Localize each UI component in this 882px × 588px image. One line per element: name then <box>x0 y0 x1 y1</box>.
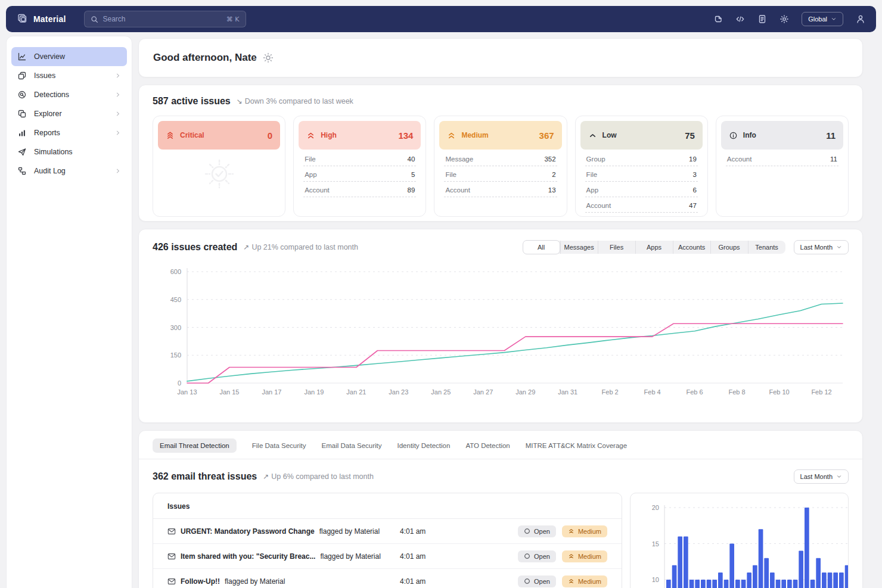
svg-text:Feb 4: Feb 4 <box>644 388 661 396</box>
tab-ato-detection[interactable]: ATO Detection <box>465 438 510 453</box>
breakdown-label: App <box>305 171 316 178</box>
severity-breakdown-row: File40 <box>303 151 416 166</box>
code-icon[interactable] <box>735 14 745 24</box>
svg-text:0: 0 <box>178 379 181 387</box>
severity-pill-medium[interactable]: Medium <box>562 575 607 587</box>
breakdown-value: 19 <box>689 155 697 163</box>
settings-gear-icon[interactable] <box>779 14 789 24</box>
issues-created-title: 426 issues created <box>153 242 237 253</box>
sidebar-item-audit-log[interactable]: Audit Log <box>11 161 127 181</box>
status-label: Open <box>534 553 550 560</box>
brand[interactable]: Material <box>17 13 66 25</box>
severity-header-high[interactable]: High134 <box>299 121 421 150</box>
tab-email-data-security[interactable]: Email Data Security <box>322 438 382 453</box>
breakdown-value: 89 <box>408 186 415 194</box>
period-dropdown[interactable]: Last Month <box>794 240 849 254</box>
svg-text:Jan 31: Jan 31 <box>558 388 577 396</box>
severity-pill-medium[interactable]: Medium <box>562 525 607 537</box>
severity-header-medium[interactable]: Medium367 <box>439 121 561 150</box>
svg-text:Feb 2: Feb 2 <box>602 388 619 396</box>
breakdown-label: File <box>305 155 316 163</box>
account-person-icon[interactable] <box>856 14 865 24</box>
filter-tab-groups[interactable]: Groups <box>710 241 748 254</box>
filter-tab-apps[interactable]: Apps <box>635 241 673 254</box>
sidebar-item-reports[interactable]: Reports <box>11 123 127 142</box>
severity-breakdown-row: App6 <box>585 182 698 197</box>
trend-up-icon: ↗ <box>243 243 249 251</box>
chevron-right-icon <box>115 111 121 117</box>
double-chevron-up-icon <box>306 131 315 140</box>
issue-subject: Item shared with you: "Security Breac...… <box>167 552 400 561</box>
filter-tab-files[interactable]: Files <box>598 241 635 254</box>
period-label: Last Month <box>800 473 833 480</box>
severity-label: Medium <box>578 578 601 585</box>
issue-time: 4:01 am <box>400 552 477 561</box>
feedback-icon[interactable] <box>713 14 723 24</box>
issue-subject: Follow-Up!! flagged by Material <box>167 577 400 586</box>
severity-header-critical[interactable]: Critical0 <box>158 121 280 150</box>
severity-header-info[interactable]: Info11 <box>721 121 843 150</box>
material-logo-icon <box>17 13 29 25</box>
issues-list-header: Issues <box>153 493 622 519</box>
severity-header-low[interactable]: Low75 <box>580 121 703 150</box>
severity-pill-medium[interactable]: Medium <box>562 550 607 562</box>
sidebar-item-overview[interactable]: Overview <box>11 47 127 66</box>
severity-label: Info <box>743 131 756 139</box>
search-input[interactable] <box>103 15 222 23</box>
detect-icon <box>17 90 27 99</box>
period-dropdown[interactable]: Last Month <box>794 469 849 484</box>
svg-text:Jan 15: Jan 15 <box>219 388 239 396</box>
status-pill-open[interactable]: Open <box>518 575 556 587</box>
filter-tab-all[interactable]: All <box>523 240 560 254</box>
svg-text:Jan 13: Jan 13 <box>177 388 197 396</box>
svg-text:10: 10 <box>652 576 659 583</box>
sidebar-item-issues[interactable]: Issues <box>11 66 127 85</box>
issue-row[interactable]: URGENT: Mandatory Password Change flagge… <box>153 519 622 544</box>
status-label: Open <box>534 528 550 535</box>
severity-breakdown-row: Account89 <box>303 182 416 197</box>
issue-row[interactable]: Item shared with you: "Security Breac...… <box>153 544 622 569</box>
sidebar-item-label: Detections <box>34 91 69 99</box>
issues-created-trend: ↗ Up 21% compared to last month <box>243 243 358 251</box>
severity-card-low: Low75Group19File3App6Account47 <box>575 116 708 217</box>
filter-tab-messages[interactable]: Messages <box>560 241 598 254</box>
chevron-down-icon <box>831 16 837 22</box>
global-scope-dropdown[interactable]: Global <box>802 12 843 26</box>
tab-email-threat-detection[interactable]: Email Threat Detection <box>153 438 237 453</box>
issue-row[interactable]: Follow-Up!! flagged by Material4:01 amOp… <box>153 569 622 588</box>
tab-identity-detection[interactable]: Identity Detection <box>397 438 451 453</box>
breakdown-label: File <box>586 171 598 178</box>
breakdown-value: 13 <box>548 186 556 194</box>
double-chevron-up-icon <box>568 553 574 559</box>
filter-tab-tenants[interactable]: Tenants <box>748 241 785 254</box>
chevron-down-icon <box>836 244 842 250</box>
issue-suffix: flagged by Material <box>319 527 380 536</box>
search-bar[interactable]: ⌘ K <box>84 11 246 27</box>
sidebar-item-label: Audit Log <box>34 167 66 175</box>
mail-icon <box>167 527 176 536</box>
filter-tab-accounts[interactable]: Accounts <box>673 241 710 254</box>
status-pill-open[interactable]: Open <box>518 550 556 562</box>
sidebar-item-label: Simulations <box>34 148 73 156</box>
detections-card: Email Threat DetectionFile Data Security… <box>138 430 863 588</box>
mail-icon <box>167 577 176 586</box>
svg-text:450: 450 <box>170 296 181 303</box>
issues-created-card: 426 issues created ↗ Up 21% compared to … <box>138 229 863 423</box>
sidebar-item-detections[interactable]: Detections <box>11 85 127 104</box>
docs-icon[interactable] <box>757 14 767 24</box>
brand-name: Material <box>33 14 66 24</box>
trend-up-icon: ↗ <box>263 472 269 481</box>
active-issues-title: 587 active issues <box>153 96 231 107</box>
double-chevron-up-icon <box>568 528 574 534</box>
status-pill-open[interactable]: Open <box>518 525 556 537</box>
breakdown-value: 352 <box>544 155 555 163</box>
sidebar-item-label: Issues <box>34 71 55 80</box>
svg-text:300: 300 <box>170 324 181 331</box>
tab-file-data-security[interactable]: File Data Security <box>252 438 306 453</box>
email-threat-bar-chart: 201510 <box>631 493 849 588</box>
sidebar-item-simulations[interactable]: Simulations <box>11 142 127 161</box>
severity-breakdown-row: App5 <box>303 166 416 182</box>
breakdown-label: File <box>445 171 456 178</box>
sidebar-item-explorer[interactable]: Explorer <box>11 104 127 123</box>
tab-mitre-att-ck-matrix-coverage[interactable]: MITRE ATT&CK Matrix Coverage <box>526 438 627 453</box>
